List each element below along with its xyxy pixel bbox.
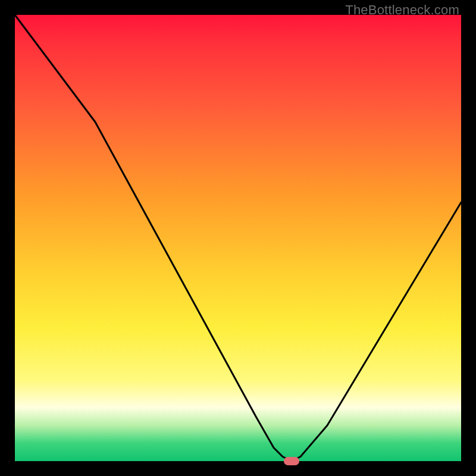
plot-area [15,15,461,461]
optimal-point-marker [284,457,299,465]
watermark-text: TheBottleneck.com [345,2,459,18]
chart-frame: TheBottleneck.com [0,0,476,476]
bottleneck-curve [15,15,461,461]
